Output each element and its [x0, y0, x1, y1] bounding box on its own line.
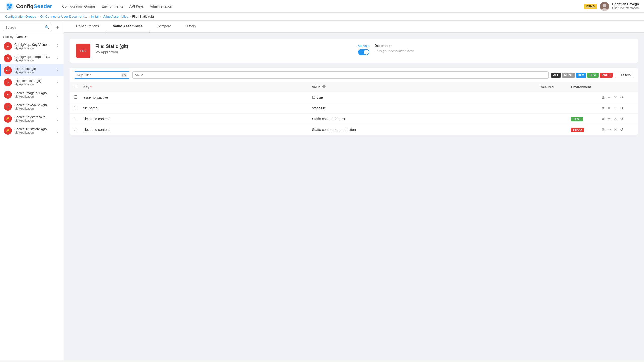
eye-hidden-icon: 👁 — [322, 85, 326, 89]
cell-value-2: Static content for test — [312, 117, 541, 121]
tab-value-assemblies[interactable]: Value Assemblies — [106, 21, 150, 32]
breadcrumb-value-assemblies[interactable]: Value Assemblies — [103, 15, 128, 18]
tab-history[interactable]: History — [178, 21, 204, 32]
filter-tag-all[interactable]: ALL — [551, 73, 561, 78]
select-all-checkbox[interactable] — [74, 85, 77, 88]
row-select-2[interactable] — [74, 117, 77, 120]
sidebar-item-4[interactable]: ↩ Secret: ImagePull (git) My Application… — [0, 88, 64, 101]
breadcrumb-config-groups[interactable]: Configuration Groups — [5, 15, 36, 18]
sidebar-header: 🔍 + — [0, 21, 64, 33]
history-button-2[interactable]: ↺ — [620, 116, 624, 122]
copy-button-0[interactable]: ⧉ — [601, 95, 605, 100]
table-row: file.static-content Static content for p… — [70, 124, 638, 135]
row-select-3[interactable] — [74, 128, 77, 131]
sidebar-more-button-7[interactable]: ⋮ — [54, 127, 61, 134]
edit-button-0[interactable]: ✏ — [607, 95, 611, 100]
copy-button-3[interactable]: ⧉ — [601, 127, 605, 132]
sidebar-more-button-2[interactable]: ⋮ — [54, 67, 61, 74]
sidebar-item-5[interactable]: ≡ Secret: Key/Value (git) My Application… — [0, 101, 64, 113]
tab-compare[interactable]: Compare — [150, 21, 178, 32]
row-checkbox-3[interactable] — [74, 128, 83, 132]
env-tag-3: PROD — [571, 128, 584, 132]
sidebar-more-button-6[interactable]: ⋮ — [54, 115, 61, 122]
search-icon: 🔍 — [45, 25, 50, 30]
activate-toggle[interactable] — [358, 49, 369, 55]
edit-button-3[interactable]: ✏ — [607, 127, 611, 132]
row-actions-0: ⧉ ✏ ✕ ↺ — [601, 95, 634, 100]
row-checkbox-2[interactable] — [74, 117, 83, 121]
cell-key-0: assembly.active — [83, 95, 312, 99]
sidebar-icon-6: 🔑 — [4, 115, 12, 123]
sidebar-more-button-3[interactable]: ⋮ — [54, 79, 61, 86]
activate-section: Activate — [358, 44, 369, 55]
filter-tag-prod[interactable]: PROD — [600, 73, 613, 78]
sidebar-icon-1: $ — [4, 54, 12, 62]
search-box[interactable]: 🔍 — [3, 24, 52, 31]
th-value: Value 👁 — [312, 85, 541, 89]
add-item-button[interactable]: + — [54, 24, 61, 31]
sidebar-more-button-1[interactable]: ⋮ — [54, 55, 61, 62]
tab-configurations[interactable]: Configurations — [69, 21, 106, 32]
sidebar-item-1[interactable]: $ ConfigMap: Template (... My Applicatio… — [0, 52, 64, 64]
breadcrumb-initial[interactable]: Initial — [91, 15, 98, 18]
cell-value-0: ☑ true — [312, 95, 541, 99]
sidebar-items-list: ≡ ConfigMap: Key/Value ... My Applicatio… — [0, 40, 64, 137]
history-button-1[interactable]: ↺ — [620, 105, 624, 111]
sidebar-item-6[interactable]: 🔑 Secret: Keystore with ... My Applicati… — [0, 113, 64, 125]
required-indicator: * — [90, 85, 92, 89]
sidebar-item-sub-1: My Application — [14, 59, 52, 62]
svg-point-7 — [603, 4, 606, 7]
logo-icon: ⚙ — [5, 2, 14, 11]
copy-button-1[interactable]: ⧉ — [601, 105, 605, 111]
sidebar-item-name-2: File: Static (git) — [14, 67, 52, 71]
nav-environments[interactable]: Environments — [102, 3, 123, 9]
search-input[interactable] — [5, 26, 43, 29]
sidebar-item-3[interactable]: $ File: Template (git) My Application ⋮ — [0, 76, 64, 88]
cell-environment-2: TEST — [571, 117, 601, 121]
regex-badge: (.*) — [121, 73, 127, 77]
description-label: Description — [375, 44, 632, 48]
row-select-0[interactable] — [74, 95, 77, 99]
delete-button-2[interactable]: ✕ — [613, 116, 618, 122]
sidebar-item-7[interactable]: 🔑 Secret: Truststore (git) My Applicatio… — [0, 125, 64, 137]
delete-button-0[interactable]: ✕ — [613, 95, 618, 100]
nav-api-keys[interactable]: API Keys — [129, 3, 144, 9]
sidebar-item-0[interactable]: ≡ ConfigMap: Key/Value ... My Applicatio… — [0, 40, 64, 52]
filter-tag-none[interactable]: NONE — [562, 73, 575, 78]
delete-button-1[interactable]: ✕ — [613, 105, 618, 111]
filter-tag-test[interactable]: TEST — [587, 73, 599, 78]
sidebar-item-2[interactable]: FILE File: Static (git) My Application ⋮ — [0, 64, 64, 76]
key-filter-input[interactable] — [77, 73, 119, 77]
sort-name-button[interactable]: Name ▾ — [16, 35, 27, 39]
user-info: Christian Cavegn UserDocumentation — [612, 2, 639, 10]
nav-configuration-groups[interactable]: Configuration Groups — [62, 3, 96, 9]
activate-label: Activate — [358, 44, 369, 48]
filter-tag-dev[interactable]: DEV — [576, 73, 586, 78]
sidebar-more-button-0[interactable]: ⋮ — [54, 43, 61, 50]
value-filter-input[interactable] — [135, 73, 546, 77]
history-button-3[interactable]: ↺ — [620, 127, 624, 132]
row-checkbox-1[interactable] — [74, 106, 83, 110]
nav-administration[interactable]: Administration — [150, 3, 172, 9]
row-select-1[interactable] — [74, 106, 77, 109]
copy-button-2[interactable]: ⧉ — [601, 116, 605, 122]
th-select-all[interactable] — [74, 85, 83, 89]
header-info: File: Static (git) My Application — [95, 44, 353, 54]
row-actions-2: ⧉ ✏ ✕ ↺ — [601, 116, 634, 122]
table-row: file.static-content Static content for t… — [70, 114, 638, 124]
toggle-knob — [364, 50, 369, 55]
table-rows: assembly.active ☑ true ⧉ ✏ ✕ ↺ file.name… — [70, 92, 638, 135]
chevron-down-icon: ▾ — [25, 35, 27, 39]
logo[interactable]: ⚙ ConfigSeeder — [5, 2, 52, 11]
cell-environment-3: PROD — [571, 128, 601, 132]
row-checkbox-0[interactable] — [74, 95, 83, 99]
breadcrumb-git-connector[interactable]: Git Connector User-Document... — [40, 15, 87, 18]
history-button-0[interactable]: ↺ — [620, 95, 624, 100]
delete-button-3[interactable]: ✕ — [613, 127, 618, 132]
sidebar-more-button-5[interactable]: ⋮ — [54, 103, 61, 110]
edit-button-1[interactable]: ✏ — [607, 105, 611, 111]
all-filters-button[interactable]: All filters — [615, 72, 634, 78]
nav-right: DEMO Christian Cavegn UserDocumentation — [584, 2, 639, 11]
edit-button-2[interactable]: ✏ — [607, 116, 611, 122]
sidebar-more-button-4[interactable]: ⋮ — [54, 91, 61, 98]
